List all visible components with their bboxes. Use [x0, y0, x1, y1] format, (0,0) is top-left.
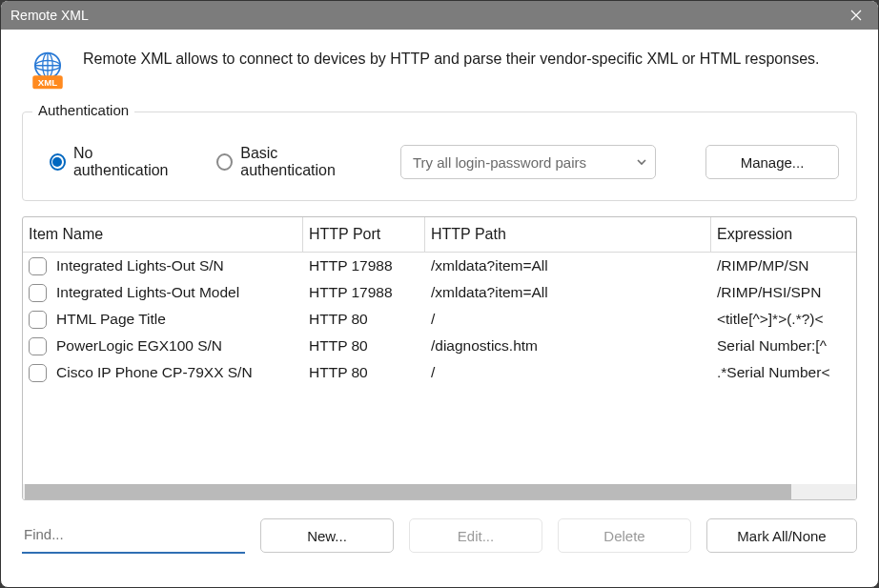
delete-button[interactable]: Delete: [558, 518, 691, 553]
radio-no-authentication[interactable]: No authentication: [50, 145, 182, 179]
edit-button[interactable]: Edit...: [409, 518, 542, 553]
cell-port: HTTP 17988: [303, 284, 425, 301]
cell-path: /xmldata?item=All: [425, 257, 711, 274]
cell-name: PowerLogic EGX100 S/N: [23, 337, 303, 355]
row-checkbox[interactable]: [29, 257, 47, 275]
find-input[interactable]: [22, 517, 245, 554]
radio-basic-authentication[interactable]: Basic authentication: [216, 145, 366, 179]
title-bar: Remote XML: [1, 1, 878, 30]
table-row[interactable]: HTML Page TitleHTTP 80/<title[^>]*>(.*?)…: [23, 306, 856, 333]
cell-expression: <title[^>]*>(.*?)<: [711, 311, 856, 328]
list-body: Integrated Lights-Out S/NHTTP 17988/xmld…: [23, 253, 856, 484]
scrollbar-thumb[interactable]: [25, 484, 791, 499]
column-header-path[interactable]: HTTP Path: [425, 217, 711, 252]
row-name-text: Integrated Lights-Out Model: [56, 284, 239, 301]
authentication-legend: Authentication: [32, 102, 134, 118]
cell-port: HTTP 80: [303, 364, 425, 381]
row-name-text: PowerLogic EGX100 S/N: [56, 337, 222, 355]
combobox-value: Try all login-password pairs: [413, 154, 586, 171]
row-checkbox[interactable]: [29, 337, 47, 355]
row-checkbox[interactable]: [29, 311, 47, 329]
items-list: Item Name HTTP Port HTTP Path Expression…: [22, 216, 857, 500]
manage-button[interactable]: Manage...: [705, 145, 839, 179]
radio-label: No authentication: [73, 145, 182, 179]
mark-all-none-button[interactable]: Mark All/None: [706, 518, 857, 553]
radio-icon: [50, 153, 66, 171]
column-header-name[interactable]: Item Name: [23, 217, 303, 252]
new-button[interactable]: New...: [260, 518, 394, 553]
table-row[interactable]: Integrated Lights-Out S/NHTTP 17988/xmld…: [23, 253, 856, 279]
row-name-text: Integrated Lights-Out S/N: [56, 257, 224, 274]
cell-path: /: [425, 364, 711, 381]
cell-expression: /RIMP/HSI/SPN: [711, 284, 856, 301]
window-title: Remote XML: [10, 1, 89, 30]
cell-path: /diagnostics.htm: [425, 337, 711, 355]
horizontal-scrollbar[interactable]: [23, 484, 856, 499]
svg-text:XML: XML: [38, 77, 57, 88]
table-row[interactable]: PowerLogic EGX100 S/NHTTP 80/diagnostics…: [23, 333, 856, 359]
dialog-content: XML Remote XML allows to connect to devi…: [1, 30, 878, 587]
cell-expression: Serial Number:[^: [711, 337, 856, 355]
row-name-text: Cisco IP Phone CP-79XX S/N: [56, 364, 253, 381]
cell-port: HTTP 80: [303, 337, 425, 355]
cell-name: Cisco IP Phone CP-79XX S/N: [23, 364, 303, 382]
close-icon: [850, 10, 862, 21]
authentication-row: No authentication Basic authentication T…: [50, 145, 839, 179]
table-row[interactable]: Cisco IP Phone CP-79XX S/NHTTP 80/.*Seri…: [23, 359, 856, 386]
row-checkbox[interactable]: [29, 284, 47, 302]
row-checkbox[interactable]: [29, 364, 47, 382]
dialog-window: Remote XML XML Remote XML allows to conn…: [0, 0, 879, 588]
table-row[interactable]: Integrated Lights-Out ModelHTTP 17988/xm…: [23, 279, 856, 306]
column-header-expression[interactable]: Expression: [711, 217, 856, 252]
cell-port: HTTP 80: [303, 311, 425, 328]
button-label: Manage...: [741, 154, 805, 171]
column-header-port[interactable]: HTTP Port: [303, 217, 425, 252]
cell-expression: /RIMP/MP/SN: [711, 257, 856, 274]
close-button[interactable]: [834, 1, 878, 30]
intro-block: XML Remote XML allows to connect to devi…: [28, 49, 857, 91]
cell-name: Integrated Lights-Out Model: [23, 284, 303, 302]
intro-text: Remote XML allows to connect to devices …: [83, 49, 819, 70]
cell-name: Integrated Lights-Out S/N: [23, 257, 303, 275]
chevron-down-icon: [636, 156, 647, 168]
cell-name: HTML Page Title: [23, 311, 303, 329]
radio-label: Basic authentication: [240, 145, 366, 179]
cell-expression: .*Serial Number<: [711, 364, 856, 381]
bottom-bar: New... Edit... Delete Mark All/None: [22, 517, 857, 554]
authentication-group: Authentication No authentication Basic a…: [22, 112, 857, 201]
xml-icon: XML: [28, 51, 68, 91]
list-header: Item Name HTTP Port HTTP Path Expression: [23, 217, 856, 253]
radio-icon: [216, 153, 233, 171]
cell-port: HTTP 17988: [303, 257, 425, 274]
row-name-text: HTML Page Title: [56, 311, 166, 328]
login-pairs-combobox[interactable]: Try all login-password pairs: [400, 145, 656, 179]
cell-path: /: [425, 311, 711, 328]
cell-path: /xmldata?item=All: [425, 284, 711, 301]
